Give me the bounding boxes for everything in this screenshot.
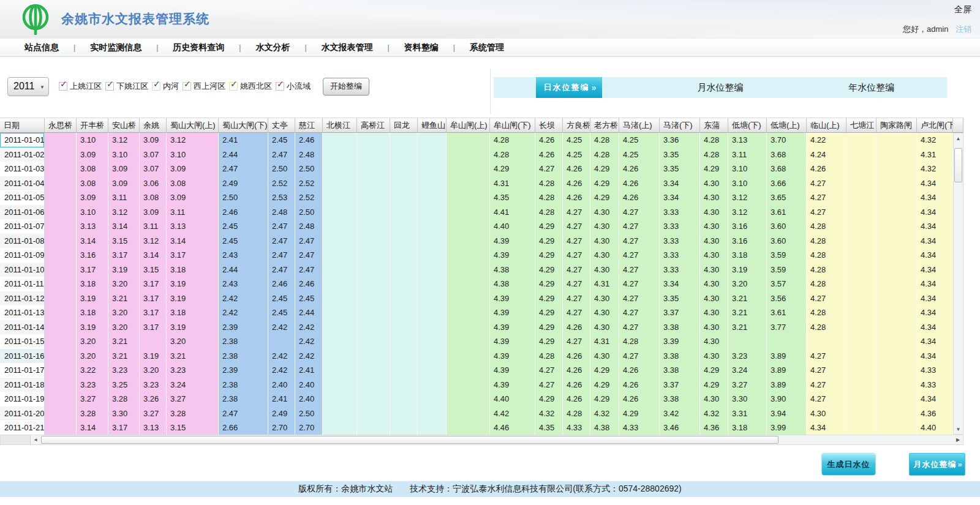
value-cell[interactable] [390,305,418,320]
value-cell[interactable] [846,305,876,320]
column-header[interactable]: 永思桥 [45,118,77,133]
value-cell[interactable] [876,392,917,406]
value-cell[interactable] [390,248,418,263]
value-cell[interactable]: 4.27 [563,219,590,234]
value-cell[interactable]: 4.29 [535,320,563,335]
value-cell[interactable] [846,378,876,392]
region-checkbox[interactable]: ✓小流域 [276,81,311,92]
value-cell[interactable]: 4.29 [535,277,563,291]
value-cell[interactable]: 2.66 [219,421,268,435]
value-cell[interactable] [45,190,77,205]
value-cell[interactable] [418,406,447,421]
value-cell[interactable] [390,234,418,249]
value-cell[interactable] [140,334,167,349]
value-cell[interactable] [357,305,390,320]
value-cell[interactable]: 3.17 [140,291,167,306]
value-cell[interactable]: 3.11 [728,148,767,162]
value-cell[interactable] [390,320,418,335]
value-cell[interactable]: 3.09 [77,190,108,205]
value-cell[interactable] [846,349,876,364]
value-cell[interactable] [357,133,390,148]
value-cell[interactable] [876,205,917,220]
value-cell[interactable] [418,378,447,392]
column-header[interactable]: 牟山闸(下) [490,118,535,133]
value-cell[interactable]: 2.43 [219,277,268,291]
value-cell[interactable]: 3.08 [167,176,219,191]
value-cell[interactable]: 2.48 [295,219,323,234]
value-cell[interactable]: 4.34 [917,305,953,320]
value-cell[interactable] [357,320,390,335]
value-cell[interactable] [807,334,846,349]
value-cell[interactable]: 4.29 [535,334,563,349]
value-cell[interactable]: 3.12 [140,234,167,249]
value-cell[interactable]: 4.26 [563,378,590,392]
value-cell[interactable]: 2.46 [219,205,268,220]
value-cell[interactable]: 3.30 [108,406,140,421]
value-cell[interactable]: 2.45 [219,219,268,234]
value-cell[interactable]: 3.19 [140,349,167,364]
value-cell[interactable] [323,305,357,320]
value-cell[interactable]: 2.42 [268,320,295,335]
value-cell[interactable]: 2.45 [268,133,295,148]
value-cell[interactable]: 3.35 [660,162,700,176]
scroll-left-icon[interactable]: ◄ [31,435,40,444]
column-header[interactable]: 七塘江 [846,118,876,133]
value-cell[interactable]: 2.42 [295,334,323,349]
value-cell[interactable]: 2.46 [268,277,295,291]
value-cell[interactable]: 4.27 [619,234,660,249]
value-cell[interactable]: 3.34 [660,277,700,291]
value-cell[interactable]: 4.31 [490,176,535,191]
value-cell[interactable]: 2.42 [295,349,323,364]
value-cell[interactable] [357,349,390,364]
column-header[interactable]: 方良桥 [563,118,590,133]
value-cell[interactable]: 3.13 [77,219,108,234]
value-cell[interactable]: 4.28 [490,133,535,148]
value-cell[interactable]: 2.44 [219,148,268,162]
date-cell[interactable]: 2011-01-18 [0,378,45,392]
value-cell[interactable] [418,219,447,234]
value-cell[interactable] [876,234,917,249]
value-cell[interactable]: 4.28 [700,133,728,148]
value-cell[interactable]: 4.30 [590,349,619,364]
vertical-scrollbar-thumb[interactable] [954,148,962,182]
value-cell[interactable] [418,248,447,263]
value-cell[interactable]: 4.26 [563,349,590,364]
value-cell[interactable]: 4.30 [700,277,728,291]
value-cell[interactable]: 4.27 [807,349,846,364]
value-cell[interactable] [323,421,357,435]
value-cell[interactable]: 3.15 [140,263,167,277]
value-cell[interactable] [323,205,357,220]
value-cell[interactable] [418,176,447,191]
value-cell[interactable] [447,291,490,306]
value-cell[interactable] [390,363,418,378]
value-cell[interactable] [268,334,295,349]
value-cell[interactable] [45,162,77,176]
value-cell[interactable]: 3.19 [108,263,140,277]
value-cell[interactable] [357,219,390,234]
column-header[interactable]: 开丰桥 [77,118,108,133]
column-header[interactable]: 东蒲 [700,118,728,133]
value-cell[interactable] [45,291,77,306]
value-cell[interactable]: 2.70 [268,421,295,435]
value-cell[interactable]: 3.37 [660,305,700,320]
value-cell[interactable]: 2.50 [295,205,323,220]
value-cell[interactable] [876,162,917,176]
date-cell[interactable]: 2011-01-14 [0,320,45,335]
value-cell[interactable]: 2.70 [295,421,323,435]
value-cell[interactable]: 4.34 [917,219,953,234]
value-cell[interactable]: 4.29 [535,219,563,234]
value-cell[interactable] [357,234,390,249]
value-cell[interactable]: 3.89 [767,349,807,364]
value-cell[interactable]: 4.33 [563,421,590,435]
column-header[interactable]: 马渚(下) [660,118,700,133]
value-cell[interactable]: 3.20 [108,320,140,335]
value-cell[interactable]: 3.20 [77,334,108,349]
value-cell[interactable]: 4.30 [700,190,728,205]
value-cell[interactable]: 3.17 [140,277,167,291]
logout-link[interactable]: 注销 [956,24,971,34]
value-cell[interactable]: 4.34 [917,291,953,306]
value-cell[interactable]: 2.45 [268,305,295,320]
value-cell[interactable]: 3.12 [728,190,767,205]
scroll-up-icon[interactable]: ▲ [954,133,963,143]
value-cell[interactable]: 4.29 [535,263,563,277]
